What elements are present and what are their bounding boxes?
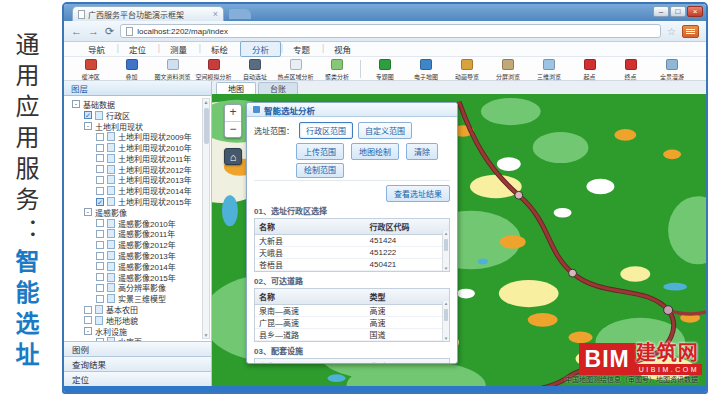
expander-icon[interactable] xyxy=(84,122,92,130)
layer-checkbox[interactable] xyxy=(96,273,104,281)
tree-scrollbar[interactable]: ▲▼ xyxy=(202,98,210,339)
zoom-out-button[interactable]: − xyxy=(225,121,241,137)
home-button[interactable]: ⌂ xyxy=(224,148,242,165)
layer-checkbox[interactable] xyxy=(96,241,104,249)
tree-row[interactable]: 土地利用现状2011年 xyxy=(68,153,199,164)
layer-checkbox[interactable] xyxy=(84,316,92,324)
accordion-item[interactable]: 定位 xyxy=(64,371,211,386)
tree-row[interactable]: 遥感影像2011年 xyxy=(68,229,199,240)
layer-checkbox[interactable] xyxy=(96,262,104,270)
tree-row[interactable]: 遥感影像2015年 xyxy=(68,272,199,283)
tree-row[interactable]: 土地利用现状2015年 xyxy=(68,196,199,207)
layer-checkbox[interactable] xyxy=(84,111,92,119)
toolbar-item[interactable]: 动画导览 xyxy=(446,59,487,81)
toolbar-item[interactable]: 终点 xyxy=(610,59,651,81)
toolbar-item[interactable]: 自动选址 xyxy=(234,59,275,81)
new-tab-button[interactable] xyxy=(229,9,251,19)
tree-row[interactable]: 水库面 xyxy=(68,337,199,341)
layer-checkbox[interactable] xyxy=(96,295,104,303)
table-row[interactable]: 苍梧县450421 xyxy=(255,259,449,271)
bookmark-star-icon[interactable]: ☆ xyxy=(667,26,676,37)
tree-row[interactable]: 地形地貌 xyxy=(68,315,199,326)
minimize-button[interactable]: – xyxy=(653,6,669,17)
expander-icon[interactable] xyxy=(84,327,92,335)
layer-checkbox[interactable] xyxy=(96,176,104,184)
layer-checkbox[interactable] xyxy=(96,284,104,292)
toolbar-item[interactable]: 分屏浏览 xyxy=(487,59,528,81)
tree-row[interactable]: 土地利用现状 xyxy=(68,121,199,132)
map-tab[interactable]: 地图 xyxy=(216,82,256,94)
tree-row[interactable]: 遥感影像2010年 xyxy=(68,218,199,229)
tree-row[interactable]: 土地利用现状2014年 xyxy=(68,185,199,196)
tree-row[interactable]: 水利设施 xyxy=(68,326,199,337)
menu-tab[interactable]: 专题 xyxy=(281,41,322,57)
layer-checkbox[interactable] xyxy=(84,306,92,314)
forward-icon[interactable]: → xyxy=(88,26,99,37)
layer-checkbox[interactable] xyxy=(96,198,104,206)
browser-tab[interactable]: 广西服务平台功能演示框架 × xyxy=(72,6,224,21)
map-tab[interactable]: 台账 xyxy=(258,82,298,94)
draw-range-button[interactable]: 绘制范围 xyxy=(296,163,344,178)
range-mode-admin[interactable]: 行政区范围 xyxy=(299,122,353,139)
table-scrollbar[interactable]: ▲▼ xyxy=(442,301,449,341)
map-canvas[interactable]: + − ⌂ 智能选址分析 选址范围： 行政区范围 自定义范围 xyxy=(212,94,706,386)
maximize-button[interactable]: □ xyxy=(670,6,686,17)
tree-row[interactable]: 基本农田 xyxy=(68,304,199,315)
url-input[interactable]: localhost:2202/map/index xyxy=(120,24,661,38)
range-mode-custom[interactable]: 自定义范围 xyxy=(358,122,412,139)
layer-checkbox[interactable] xyxy=(96,219,104,227)
toolbar-item[interactable]: 起点 xyxy=(569,59,610,81)
clear-button[interactable]: 清除 xyxy=(406,143,438,160)
tree-row[interactable]: 土地利用现状2013年 xyxy=(68,175,199,186)
toolbar-item[interactable]: 空间模拟分析 xyxy=(193,59,234,81)
close-button[interactable]: × xyxy=(687,6,703,17)
tab-close-icon[interactable]: × xyxy=(213,9,218,19)
tree-row[interactable]: 遥感影像2012年 xyxy=(68,239,199,250)
toolbar-item[interactable]: 聚类分析 xyxy=(316,59,357,81)
layer-checkbox[interactable] xyxy=(96,187,104,195)
expander-icon[interactable] xyxy=(84,208,92,216)
toolbar-item[interactable]: 全景漫游 xyxy=(651,59,692,81)
expander-icon[interactable] xyxy=(72,100,80,108)
browser-menu-button[interactable] xyxy=(682,25,699,38)
table-row[interactable]: 县乡—道路国道 xyxy=(255,329,449,341)
tree-row[interactable]: 土地利用现状2009年 xyxy=(68,131,199,142)
dialog-titlebar[interactable]: 智能选址分析 xyxy=(247,103,457,117)
menu-tab[interactable]: 视角 xyxy=(322,41,363,57)
tree-row[interactable]: 实景三维模型 xyxy=(68,293,199,304)
tree-row[interactable]: 土地利用现状2010年 xyxy=(68,142,199,153)
accordion-item[interactable]: 图例 xyxy=(64,341,211,356)
layer-checkbox[interactable] xyxy=(96,252,104,260)
toolbar-item[interactable]: 电子地图 xyxy=(405,59,446,81)
tree-row[interactable]: 基础数据 xyxy=(68,99,199,110)
tree-row[interactable]: 土地利用现状2012年 xyxy=(68,164,199,175)
toolbar-item[interactable]: 叠加 xyxy=(111,59,152,81)
tree-row[interactable]: 遥感影像2013年 xyxy=(68,250,199,261)
tree-row[interactable]: 遥感影像2014年 xyxy=(68,261,199,272)
tree-row[interactable]: 行政区 xyxy=(68,110,199,121)
layer-checkbox[interactable] xyxy=(96,144,104,152)
accordion-item[interactable]: 查询结果 xyxy=(64,356,211,371)
toolbar-item[interactable]: 图文资料浏览 xyxy=(152,59,193,81)
menu-tab[interactable]: 定位 xyxy=(117,41,158,57)
table-scrollbar[interactable]: ▲▼ xyxy=(442,231,449,271)
toolbar-item[interactable]: 专题图 xyxy=(364,59,405,81)
view-result-button[interactable]: 查看选址结果 xyxy=(386,185,450,202)
toolbar-item[interactable]: 三维浏览 xyxy=(528,59,569,81)
tree-row[interactable]: 高分辨率影像 xyxy=(68,283,199,294)
layers-panel-header[interactable]: 图层 xyxy=(64,81,211,96)
menu-tab[interactable]: 标绘 xyxy=(199,41,240,57)
toolbar-item[interactable]: 热点区域分析 xyxy=(275,59,316,81)
layer-checkbox[interactable] xyxy=(96,165,104,173)
back-icon[interactable]: ← xyxy=(71,26,82,37)
map-draw-button[interactable]: 地图绘制 xyxy=(351,143,399,160)
toolbar-item[interactable]: 缓冲区 xyxy=(70,59,111,81)
upload-range-button[interactable]: 上传范围 xyxy=(296,143,344,160)
layer-checkbox[interactable] xyxy=(96,338,104,341)
menu-tab[interactable]: 测量 xyxy=(158,41,199,57)
refresh-icon[interactable]: ⟳ xyxy=(105,26,114,37)
layer-checkbox[interactable] xyxy=(96,230,104,238)
zoom-in-button[interactable]: + xyxy=(225,105,241,121)
tree-row[interactable]: 遥感影像 xyxy=(68,207,199,218)
menu-tab[interactable]: 分析 xyxy=(240,41,281,57)
